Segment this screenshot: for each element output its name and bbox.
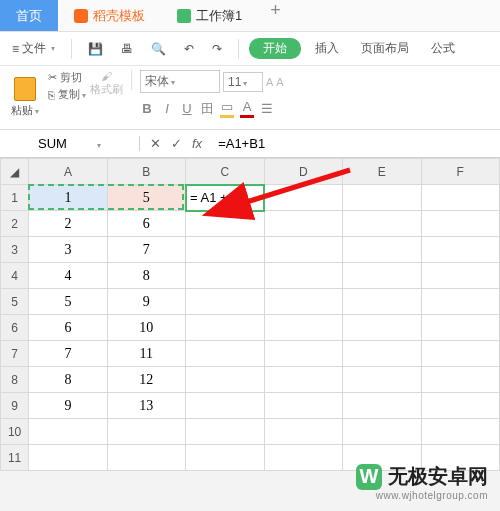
cancel-formula-icon[interactable]: ✕ xyxy=(150,136,161,151)
bold-button[interactable]: B xyxy=(140,101,154,116)
cell[interactable] xyxy=(264,263,342,289)
cell[interactable] xyxy=(421,211,500,237)
cell[interactable]: 1 xyxy=(29,185,107,211)
cell[interactable] xyxy=(343,393,421,419)
redo-icon[interactable]: ↷ xyxy=(206,40,228,58)
save-icon[interactable]: 💾 xyxy=(82,40,109,58)
decrease-font-icon[interactable]: A xyxy=(276,76,283,88)
row-header[interactable]: 6 xyxy=(1,315,29,341)
font-color-button[interactable]: A xyxy=(240,99,254,118)
undo-icon[interactable]: ↶ xyxy=(178,40,200,58)
cell[interactable] xyxy=(343,419,421,445)
cell[interactable]: 9 xyxy=(29,393,107,419)
cell[interactable] xyxy=(421,237,500,263)
cell[interactable] xyxy=(264,289,342,315)
cell[interactable] xyxy=(421,263,500,289)
cell[interactable] xyxy=(264,185,342,211)
confirm-formula-icon[interactable]: ✓ xyxy=(171,136,182,151)
cell[interactable] xyxy=(29,445,107,471)
cell[interactable] xyxy=(264,367,342,393)
cell[interactable]: 5 xyxy=(107,185,185,211)
col-header[interactable]: F xyxy=(421,159,500,185)
cell[interactable] xyxy=(186,211,264,237)
copy-button[interactable]: ⎘ 复制 xyxy=(48,87,86,102)
ribbon-tab-pagelayout[interactable]: 页面布局 xyxy=(353,38,417,59)
cell[interactable] xyxy=(343,237,421,263)
cell[interactable] xyxy=(343,211,421,237)
paste-button[interactable]: 粘贴 xyxy=(6,70,44,125)
col-header[interactable]: B xyxy=(107,159,185,185)
cell[interactable] xyxy=(421,419,500,445)
cell[interactable]: 12 xyxy=(107,367,185,393)
col-header[interactable]: E xyxy=(343,159,421,185)
formula-input[interactable]: =A1+B1 xyxy=(212,136,500,151)
cell[interactable] xyxy=(264,419,342,445)
cell[interactable] xyxy=(186,315,264,341)
cell[interactable] xyxy=(264,445,342,471)
cell[interactable] xyxy=(186,367,264,393)
italic-button[interactable]: I xyxy=(160,101,174,116)
cell[interactable]: 8 xyxy=(29,367,107,393)
cell[interactable] xyxy=(343,185,421,211)
cell[interactable]: = A1 + B1 xyxy=(186,185,264,211)
tab-template[interactable]: 稻壳模板 xyxy=(58,0,161,31)
cell[interactable] xyxy=(107,419,185,445)
cell[interactable]: 2 xyxy=(29,211,107,237)
cell[interactable] xyxy=(343,289,421,315)
name-box[interactable]: SUM xyxy=(0,136,140,151)
underline-button[interactable]: U xyxy=(180,101,194,116)
cell[interactable] xyxy=(264,237,342,263)
cell[interactable] xyxy=(421,341,500,367)
new-tab-button[interactable]: + xyxy=(258,0,293,31)
cell[interactable] xyxy=(186,237,264,263)
cell[interactable]: 7 xyxy=(29,341,107,367)
cell[interactable]: 6 xyxy=(107,211,185,237)
cell[interactable]: 9 xyxy=(107,289,185,315)
cell[interactable] xyxy=(343,341,421,367)
cell[interactable]: 4 xyxy=(29,263,107,289)
row-header[interactable]: 2 xyxy=(1,211,29,237)
row-header[interactable]: 4 xyxy=(1,263,29,289)
ribbon-tab-insert[interactable]: 插入 xyxy=(307,38,347,59)
row-header[interactable]: 1 xyxy=(1,185,29,211)
fx-icon[interactable]: fx xyxy=(192,136,202,151)
fill-color-button[interactable]: ▭ xyxy=(220,99,234,118)
cell[interactable]: 8 xyxy=(107,263,185,289)
row-header[interactable]: 7 xyxy=(1,341,29,367)
row-header[interactable]: 8 xyxy=(1,367,29,393)
cell[interactable] xyxy=(421,367,500,393)
cell[interactable] xyxy=(29,419,107,445)
cell[interactable] xyxy=(264,341,342,367)
app-menu-icon[interactable]: ≡ 文件 xyxy=(6,38,61,59)
row-header[interactable]: 3 xyxy=(1,237,29,263)
cell[interactable] xyxy=(186,341,264,367)
cell[interactable]: 11 xyxy=(107,341,185,367)
row-header[interactable]: 5 xyxy=(1,289,29,315)
cell[interactable] xyxy=(186,263,264,289)
cell[interactable] xyxy=(421,393,500,419)
font-name-select[interactable]: 宋体 xyxy=(140,70,220,93)
cell[interactable]: 3 xyxy=(29,237,107,263)
col-header[interactable]: C xyxy=(186,159,264,185)
col-header[interactable]: A xyxy=(29,159,107,185)
cell[interactable] xyxy=(421,315,500,341)
cell[interactable] xyxy=(343,263,421,289)
cell[interactable] xyxy=(343,315,421,341)
cell[interactable] xyxy=(186,289,264,315)
tab-workbook[interactable]: 工作簿1 xyxy=(161,0,258,31)
col-header[interactable]: D xyxy=(264,159,342,185)
cell[interactable]: 13 xyxy=(107,393,185,419)
tab-home[interactable]: 首页 xyxy=(0,0,58,31)
spreadsheet-grid[interactable]: ◢ A B C D E F 115= A1 + B122633744855966… xyxy=(0,158,500,471)
cell[interactable]: 5 xyxy=(29,289,107,315)
cell[interactable] xyxy=(421,185,500,211)
cell[interactable] xyxy=(107,445,185,471)
cell[interactable]: 6 xyxy=(29,315,107,341)
row-header[interactable]: 9 xyxy=(1,393,29,419)
ribbon-tab-start[interactable]: 开始 xyxy=(249,38,301,59)
cell[interactable] xyxy=(264,393,342,419)
cell[interactable] xyxy=(421,289,500,315)
font-size-select[interactable]: 11 xyxy=(223,72,263,92)
cell[interactable] xyxy=(264,315,342,341)
cell[interactable] xyxy=(186,419,264,445)
